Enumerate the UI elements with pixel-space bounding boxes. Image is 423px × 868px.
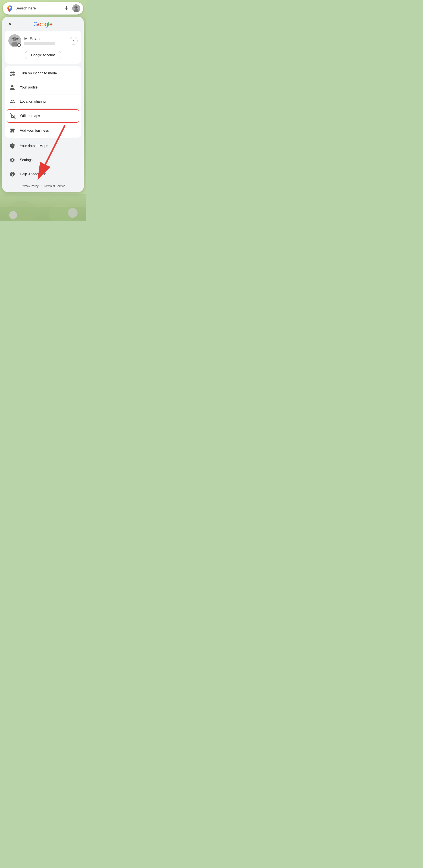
add-business-label: Add your business bbox=[20, 129, 49, 132]
menu-item-add-business[interactable]: Add your business bbox=[5, 124, 81, 137]
map-bottom-area bbox=[0, 194, 86, 221]
svg-line-17 bbox=[10, 113, 16, 119]
terms-of-service-link[interactable]: Terms of Service bbox=[44, 184, 65, 188]
settings-label: Settings bbox=[20, 158, 33, 162]
account-card: M. Eslahi Google Account bbox=[5, 31, 81, 64]
google-account-button[interactable]: Google Account bbox=[25, 51, 61, 59]
logo-G: G bbox=[33, 21, 38, 28]
svg-line-13 bbox=[11, 38, 12, 39]
offline-maps-label: Offline maps bbox=[20, 114, 40, 118]
incognito-icon bbox=[9, 70, 16, 76]
location-sharing-label: Location sharing bbox=[20, 99, 46, 103]
user-details: M. Eslahi bbox=[24, 36, 66, 45]
logo-o1: o bbox=[38, 21, 41, 28]
menu-item-data-in-maps[interactable]: Your data in Maps bbox=[5, 139, 81, 153]
menu-item-settings[interactable]: Settings bbox=[5, 153, 81, 167]
user-name: M. Eslahi bbox=[24, 36, 66, 41]
modal-header: × Google bbox=[2, 17, 84, 30]
shield-icon bbox=[9, 143, 16, 149]
svg-line-14 bbox=[18, 38, 19, 39]
footer: Privacy Policy • Terms of Service bbox=[2, 181, 84, 192]
svg-point-24 bbox=[68, 208, 78, 218]
data-in-maps-label: Your data in Maps bbox=[20, 144, 48, 148]
menu-item-help[interactable]: Help & feedback bbox=[5, 167, 81, 181]
mic-icon[interactable] bbox=[63, 5, 69, 11]
bottom-menu: Your data in Maps Settings Help & feedba… bbox=[2, 137, 84, 181]
logo-g: g bbox=[45, 21, 48, 28]
location-sharing-icon bbox=[9, 98, 16, 104]
svg-point-0 bbox=[9, 7, 11, 9]
settings-icon bbox=[9, 157, 16, 163]
svg-point-23 bbox=[9, 211, 17, 219]
logo-o2: o bbox=[41, 21, 45, 28]
footer-dot: • bbox=[41, 184, 42, 188]
logo-e: e bbox=[49, 21, 53, 28]
google-logo: Google bbox=[13, 21, 72, 28]
incognito-label: Turn on Incognito mode bbox=[20, 71, 57, 75]
profile-label: Your profile bbox=[20, 85, 37, 89]
google-account-button-wrap: Google Account bbox=[8, 51, 78, 59]
user-avatar-header[interactable] bbox=[72, 4, 80, 12]
menu-item-offline-maps[interactable]: Offline maps bbox=[7, 110, 79, 123]
offline-maps-icon bbox=[10, 113, 16, 119]
menu-item-location-sharing[interactable]: Location sharing bbox=[5, 94, 81, 108]
account-dropdown-button[interactable] bbox=[69, 37, 78, 45]
business-icon bbox=[9, 127, 16, 134]
maps-logo-icon bbox=[6, 5, 13, 12]
svg-point-3 bbox=[74, 9, 79, 12]
account-modal: × Google bbox=[2, 17, 84, 192]
svg-point-16 bbox=[13, 74, 14, 75]
person-icon bbox=[9, 84, 16, 91]
user-email-blur bbox=[24, 42, 55, 45]
search-bar[interactable]: Search here bbox=[3, 2, 83, 14]
menu-section: Turn on Incognito mode Your profile Loca… bbox=[5, 66, 81, 137]
svg-point-15 bbox=[11, 74, 11, 75]
user-avatar-wrap[interactable] bbox=[8, 34, 21, 47]
menu-item-profile[interactable]: Your profile bbox=[5, 80, 81, 94]
privacy-policy-link[interactable]: Privacy Policy bbox=[21, 184, 38, 188]
account-info: M. Eslahi bbox=[8, 34, 78, 47]
help-icon bbox=[9, 171, 16, 177]
search-placeholder[interactable]: Search here bbox=[16, 6, 61, 10]
camera-badge-icon[interactable] bbox=[17, 43, 21, 47]
help-label: Help & feedback bbox=[20, 172, 46, 176]
menu-item-incognito[interactable]: Turn on Incognito mode bbox=[5, 66, 81, 80]
close-button[interactable]: × bbox=[7, 21, 13, 28]
